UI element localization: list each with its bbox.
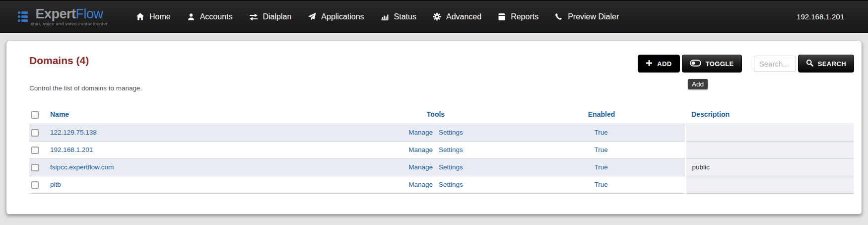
domain-name-link[interactable]: 122.129.75.138 — [50, 129, 97, 136]
domain-name-link[interactable]: pitb — [50, 181, 61, 188]
settings-link[interactable]: Settings — [439, 146, 463, 153]
nav-item-status[interactable]: Status — [381, 12, 416, 21]
phone-icon — [555, 13, 563, 21]
add-button[interactable]: ADD — [638, 55, 679, 73]
user-icon — [187, 13, 195, 21]
toggle-icon — [690, 60, 701, 68]
nav-menu: Home Accounts Dialplan Applications Stat… — [136, 12, 619, 21]
domains-table: Name Tools Enabled Description 122.129.7… — [29, 107, 854, 194]
manage-link[interactable]: Manage — [408, 146, 433, 153]
server-address: 192.168.1.201 — [797, 12, 844, 21]
domains-card: Domains (4) ADD TOGGLE SEARCH Add Contro… — [6, 41, 862, 215]
header-checkbox-cell — [29, 107, 50, 124]
table-row: 122.129.75.138 ManageSettings True — [29, 124, 854, 141]
search-button[interactable]: SEARCH — [798, 55, 854, 73]
add-tooltip: Add — [688, 79, 708, 89]
home-icon — [136, 12, 144, 21]
nav-item-reports[interactable]: Reports — [498, 12, 538, 21]
manage-link[interactable]: Manage — [408, 129, 433, 136]
search-input[interactable] — [754, 56, 796, 72]
description-value — [685, 176, 854, 193]
gear-icon — [433, 12, 441, 21]
page-subtitle: Control the list of domains to manage. — [29, 84, 854, 92]
description-value — [685, 141, 854, 158]
domain-name-link[interactable]: 192.168.1.201 — [50, 146, 93, 153]
nav-item-advanced[interactable]: Advanced — [433, 12, 481, 21]
manage-link[interactable]: Manage — [408, 163, 433, 171]
nav-item-applications[interactable]: Applications — [308, 12, 364, 21]
brand-name: ExpertFlow — [36, 7, 103, 21]
toolbar: ADD TOGGLE SEARCH — [638, 55, 854, 73]
table-header-row: Name Tools Enabled Description — [29, 107, 854, 124]
table-row: fsipcc.expertflow.com ManageSettings Tru… — [29, 158, 854, 176]
book-icon — [498, 13, 506, 21]
brand-grid-icon — [18, 11, 28, 22]
row-checkbox[interactable] — [31, 147, 39, 154]
enabled-value: True — [595, 129, 608, 136]
enabled-value: True — [595, 181, 608, 188]
domain-name-link[interactable]: fsipcc.expertflow.com — [50, 163, 114, 171]
settings-link[interactable]: Settings — [439, 163, 463, 171]
row-checkbox[interactable] — [31, 181, 39, 189]
settings-link[interactable]: Settings — [439, 181, 463, 188]
table-row: 192.168.1.201 ManageSettings True — [29, 141, 854, 158]
row-checkbox[interactable] — [31, 129, 39, 137]
table-row: pitb ManageSettings True — [29, 176, 854, 193]
nav-item-home[interactable]: Home — [136, 12, 171, 21]
manage-link[interactable]: Manage — [408, 181, 433, 188]
description-value — [685, 124, 854, 141]
enabled-value: True — [595, 146, 608, 153]
select-all-checkbox[interactable] — [31, 111, 39, 119]
header-description[interactable]: Description — [685, 107, 854, 124]
bar-chart-icon — [381, 13, 389, 21]
description-value: public — [685, 158, 854, 176]
brand-tagline: chat, voice and video contactcenter — [31, 21, 108, 26]
paper-plane-icon — [308, 12, 316, 21]
nav-item-accounts[interactable]: Accounts — [187, 12, 233, 21]
settings-link[interactable]: Settings — [439, 129, 463, 136]
toggle-button[interactable]: TOGGLE — [682, 55, 742, 73]
search-icon — [806, 59, 813, 68]
plus-icon — [646, 60, 653, 68]
brand-logo[interactable]: ExpertFlow chat, voice and video contact… — [18, 7, 123, 26]
row-checkbox[interactable] — [31, 164, 39, 171]
nav-item-preview-dialer[interactable]: Preview Dialer — [555, 12, 619, 21]
top-navbar: ExpertFlow chat, voice and video contact… — [0, 0, 868, 33]
header-tools[interactable]: Tools — [354, 107, 518, 124]
exchange-icon — [249, 13, 258, 20]
header-name[interactable]: Name — [50, 107, 354, 124]
header-enabled[interactable]: Enabled — [518, 107, 685, 124]
nav-item-dialplan[interactable]: Dialplan — [249, 12, 292, 21]
enabled-value: True — [595, 163, 608, 171]
